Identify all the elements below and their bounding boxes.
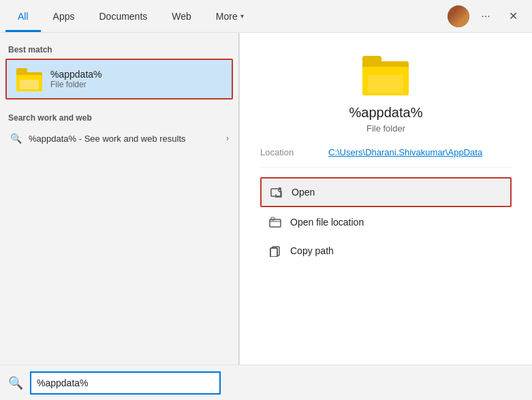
web-item-text: %appdata% - See work and web results — [29, 134, 219, 144]
header: All Apps Documents Web More ▾ ··· ✕ — [0, 0, 532, 33]
bottom-search-icon: 🔍 — [8, 375, 23, 390]
header-right: ··· ✕ — [448, 0, 532, 32]
action-copy-path[interactable]: Copy path — [260, 237, 512, 264]
web-item-suffix: - See work and web results — [76, 134, 185, 144]
main-content: Best match %appdata% File folder Search … — [0, 33, 532, 365]
copy-path-icon — [268, 244, 282, 258]
web-search-item[interactable]: 🔍 %appdata% - See work and web results › — [0, 127, 238, 150]
tab-documents[interactable]: Documents — [87, 0, 159, 32]
copy-path-label: Copy path — [290, 245, 334, 256]
search-input[interactable] — [30, 371, 221, 395]
web-item-prefix: %appdata% — [29, 134, 76, 144]
action-open[interactable]: Open — [260, 177, 512, 207]
details-location-row: Location C:\Users\Dharani.Shivakumar\App… — [260, 147, 512, 168]
open-file-location-icon — [268, 215, 282, 229]
best-match-text: %appdata% File folder — [50, 69, 102, 89]
search-web-label: Search work and web — [0, 110, 238, 127]
tab-apps-label: Apps — [53, 11, 75, 22]
chevron-right-icon: › — [226, 134, 229, 143]
location-value[interactable]: C:\Users\Dharani.Shivakumar\AppData — [328, 147, 482, 157]
svg-rect-5 — [270, 248, 277, 257]
open-label: Open — [292, 187, 315, 198]
search-icon: 🔍 — [10, 132, 22, 144]
avatar-image — [448, 5, 469, 27]
svg-rect-2 — [270, 219, 281, 227]
chevron-down-icon: ▾ — [240, 12, 244, 20]
tab-more-label: More — [216, 11, 238, 22]
folder-xl-stripe — [368, 75, 403, 93]
close-icon: ✕ — [509, 10, 518, 22]
left-panel: Best match %appdata% File folder Search … — [0, 33, 238, 365]
location-label: Location — [260, 147, 328, 157]
tab-web[interactable]: Web — [159, 0, 204, 32]
avatar[interactable] — [448, 5, 469, 27]
best-match-subtitle: File folder — [50, 80, 102, 89]
search-web-section: Search work and web 🔍 %appdata% - See wo… — [0, 110, 238, 150]
open-icon — [270, 185, 283, 199]
best-match-title: %appdata% — [50, 69, 102, 80]
best-match-label: Best match — [0, 42, 238, 59]
bottom-search-bar: 🔍 — [0, 365, 532, 400]
tab-apps[interactable]: Apps — [41, 0, 87, 32]
best-match-item[interactable]: %appdata% File folder — [5, 59, 233, 99]
tab-documents-label: Documents — [99, 11, 147, 22]
ellipsis-button[interactable]: ··· — [475, 5, 497, 27]
tab-all-label: All — [18, 11, 29, 22]
right-title: %appdata% — [349, 105, 423, 121]
right-header: %appdata% File folder — [260, 53, 512, 134]
tab-more[interactable]: More ▾ — [204, 0, 256, 32]
folder-icon-large — [362, 53, 410, 95]
open-file-location-label: Open file location — [290, 217, 364, 228]
tab-web-label: Web — [172, 11, 191, 22]
right-panel: %appdata% File folder Location C:\Users\… — [239, 33, 532, 365]
folder-stripe — [20, 80, 39, 89]
ellipsis-icon: ··· — [481, 10, 490, 22]
action-open-file-location[interactable]: Open file location — [260, 209, 512, 236]
tab-all[interactable]: All — [5, 0, 41, 32]
close-button[interactable]: ✕ — [502, 5, 524, 27]
folder-icon — [16, 67, 44, 91]
right-subtitle: File folder — [366, 123, 405, 134]
